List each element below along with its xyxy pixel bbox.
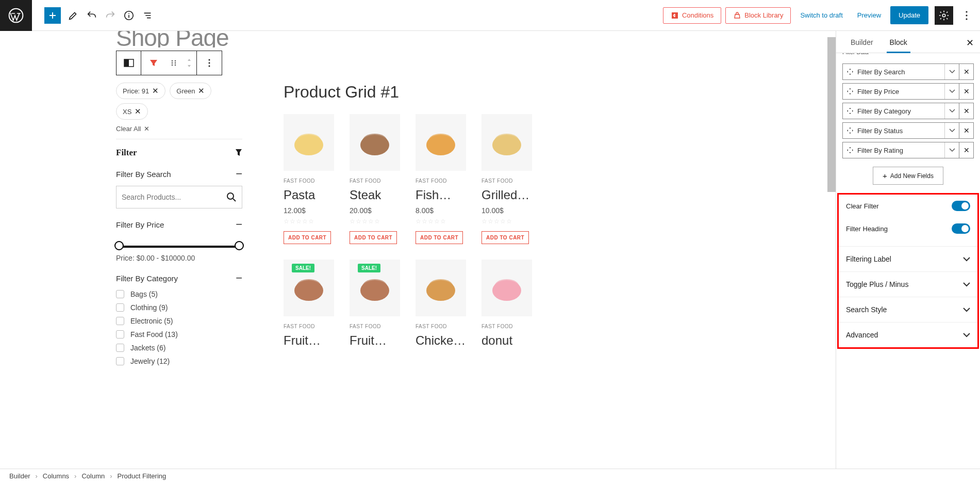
redo-icon[interactable] (101, 6, 120, 25)
category-row[interactable]: Clothing (9) (116, 303, 242, 312)
category-row[interactable]: Electronic (5) (116, 317, 242, 325)
edit-icon[interactable] (64, 6, 82, 25)
svg-point-31 (362, 279, 387, 294)
filter-chip[interactable]: Price: 91✕ (116, 83, 165, 99)
columns-icon[interactable] (117, 51, 141, 75)
more-menu-icon[interactable] (957, 6, 976, 25)
category-row[interactable]: Bags (5) (116, 290, 242, 298)
slider-max-handle[interactable] (235, 241, 244, 250)
category-row[interactable]: Jackets (6) (116, 344, 242, 352)
filter-by-category-header[interactable]: Filter By Category− (116, 271, 242, 285)
accordion-item[interactable]: Toggle Plus / Minus (839, 271, 977, 297)
search-input[interactable] (122, 193, 226, 201)
sidebar-body: Filter Data Filter By Search ✕ Filter By… (836, 53, 980, 469)
remove-field-icon[interactable]: ✕ (959, 123, 973, 138)
chevron-down-icon[interactable] (944, 142, 959, 158)
category-row[interactable]: Jewelry (12) (116, 357, 242, 365)
remove-field-icon[interactable]: ✕ (959, 142, 973, 158)
drag-icon[interactable] (843, 147, 857, 153)
slider-min-handle[interactable] (114, 241, 124, 250)
list-view-icon[interactable] (138, 6, 157, 25)
product-card[interactable]: SALE! FAST FOOD Fruit… (350, 260, 400, 348)
filter-field-item[interactable]: Filter By Search ✕ (842, 63, 974, 80)
sidebar: Builder Block ✕ Filter Data Filter By Se… (836, 31, 980, 469)
filter-field-item[interactable]: Filter By Price ✕ (842, 83, 974, 100)
breadcrumb-item[interactable]: Columns (43, 472, 69, 480)
drag-icon[interactable] (843, 108, 857, 114)
chevron-down-icon[interactable] (944, 123, 959, 138)
conditions-label: Conditions (682, 11, 713, 19)
add-new-fields-button[interactable]: +Add New Fields (873, 167, 943, 185)
chevron-down-icon[interactable] (944, 84, 959, 99)
preview-link[interactable]: Preview (852, 7, 886, 23)
remove-field-icon[interactable]: ✕ (959, 103, 973, 119)
move-updown-icon[interactable] (181, 51, 197, 75)
more-block-icon[interactable] (197, 51, 222, 75)
close-sidebar-icon[interactable]: ✕ (966, 37, 974, 49)
clear-all[interactable]: Clear All✕ (116, 125, 242, 133)
remove-field-icon[interactable]: ✕ (959, 64, 973, 79)
checkbox[interactable] (116, 344, 124, 352)
product-card[interactable]: SALE! FAST FOOD Fruit… (284, 260, 334, 348)
settings-button[interactable] (935, 6, 953, 25)
filter-chip[interactable]: XS✕ (116, 103, 148, 120)
add-to-cart-button[interactable]: ADD TO CART (284, 231, 331, 244)
checkbox[interactable] (116, 330, 124, 339)
filter-field-item[interactable]: Filter By Status ✕ (842, 122, 974, 139)
tab-block[interactable]: Block (882, 31, 916, 53)
checkbox[interactable] (116, 303, 124, 312)
category-row[interactable]: Fast Food (13) (116, 330, 242, 339)
block-library-button[interactable]: Block Library (725, 7, 791, 24)
add-to-cart-button[interactable]: ADD TO CART (416, 231, 463, 244)
add-to-cart-button[interactable]: ADD TO CART (350, 231, 397, 244)
wordpress-logo[interactable] (0, 0, 32, 31)
price-slider[interactable] (119, 246, 239, 248)
drag-icon[interactable] (843, 88, 857, 94)
conditions-button[interactable]: Conditions (663, 7, 721, 24)
drag-handle-icon[interactable] (166, 51, 181, 75)
checkbox[interactable] (116, 317, 124, 325)
info-icon[interactable] (120, 6, 138, 25)
breadcrumb-item[interactable]: Builder (9, 472, 30, 480)
drag-icon[interactable] (843, 127, 857, 134)
filter-by-search-header[interactable]: Filter By Search− (116, 167, 242, 181)
checkbox[interactable] (116, 357, 124, 365)
toggle-switch[interactable] (952, 201, 970, 211)
filter-field-item[interactable]: Filter By Rating ✕ (842, 142, 974, 158)
add-to-cart-button[interactable]: ADD TO CART (481, 231, 529, 244)
scrollbar[interactable] (827, 31, 836, 206)
switch-draft-link[interactable]: Switch to draft (795, 7, 848, 23)
filter-chip[interactable]: Green✕ (170, 83, 211, 99)
product-card[interactable]: FAST FOOD Grilled… 10.00$ ☆☆☆☆☆ ADD TO C… (481, 114, 532, 244)
product-card[interactable]: FAST FOOD Chicke… (416, 260, 466, 348)
update-button[interactable]: Update (890, 6, 928, 24)
search-box[interactable] (116, 186, 242, 208)
product-image (416, 114, 466, 171)
breadcrumb-item[interactable]: Column (81, 472, 105, 480)
tab-builder[interactable]: Builder (842, 31, 882, 53)
checkbox[interactable] (116, 290, 124, 298)
undo-icon[interactable] (82, 6, 101, 25)
product-card[interactable]: FAST FOOD Fish… 8.00$ ☆☆☆☆☆ ADD TO CART (416, 114, 466, 244)
chevron-down-icon[interactable] (944, 64, 959, 79)
product-card[interactable]: FAST FOOD Pasta 12.00$ ☆☆☆☆☆ ADD TO CART (284, 114, 334, 244)
toggle-switch[interactable] (952, 223, 970, 234)
filter-field-item[interactable]: Filter By Category ✕ (842, 103, 974, 119)
accordion-item[interactable]: Filtering Label (839, 246, 977, 271)
drag-icon[interactable] (843, 69, 857, 75)
filter-by-price-header[interactable]: Filter By Price− (116, 218, 242, 231)
filter-data-label: Filter Data (842, 53, 869, 55)
add-block-button[interactable] (44, 7, 61, 24)
accordion-item[interactable]: Search Style (839, 297, 977, 322)
chevron-down-icon[interactable] (944, 103, 959, 119)
product-category: FAST FOOD (284, 324, 334, 329)
svg-point-10 (172, 60, 173, 62)
product-price: 8.00$ (416, 206, 466, 215)
breadcrumb-item[interactable]: Product Filtering (118, 472, 167, 480)
filter-icon[interactable] (141, 51, 166, 75)
remove-field-icon[interactable]: ✕ (959, 84, 973, 99)
accordion-item[interactable]: Advanced (839, 322, 977, 347)
product-card[interactable]: FAST FOOD donut (481, 260, 532, 348)
product-card[interactable]: FAST FOOD Steak 20.00$ ☆☆☆☆☆ ADD TO CART (350, 114, 400, 244)
svg-point-13 (175, 62, 176, 64)
